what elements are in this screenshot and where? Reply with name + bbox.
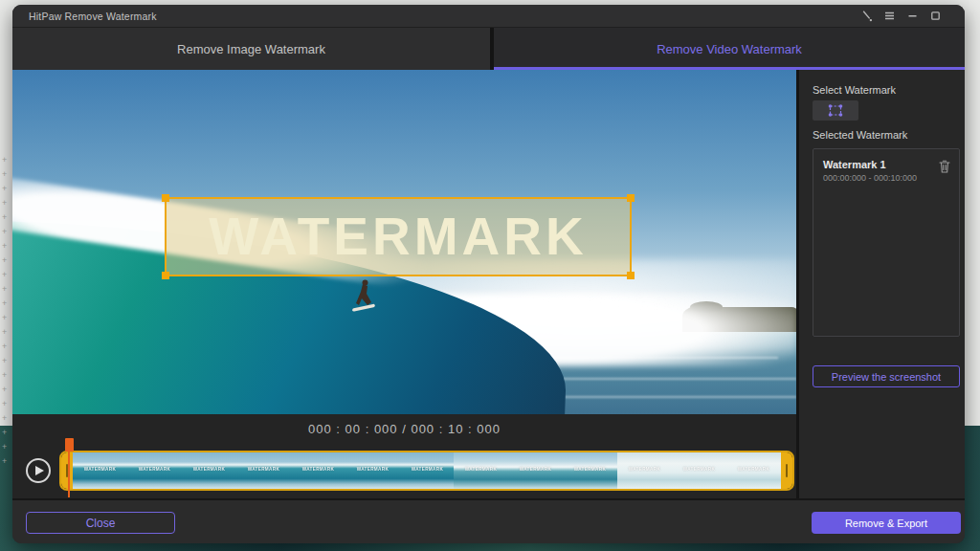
close-button[interactable]: Close — [26, 512, 175, 534]
ruler-plus-mark: + — [2, 199, 7, 208]
filmstrip-thumbnail: WATERMARK — [345, 452, 400, 489]
ruler-plus-mark: + — [2, 213, 7, 222]
selected-watermark-list: Watermark 1 000:00:000 - 000:10:000 — [813, 148, 960, 337]
ruler-plus-mark: + — [2, 457, 7, 466]
pen-icon[interactable] — [860, 10, 873, 22]
ruler-plus-mark: + — [2, 314, 7, 322]
filmstrip-thumbnail: WATERMARK — [508, 452, 563, 489]
filmstrip-thumbnail: WATERMARK — [726, 452, 781, 489]
timeline: WATERMARKWATERMARKWATERMARKWATERMARKWATE… — [12, 443, 796, 498]
ruler-plus-mark: + — [2, 271, 7, 279]
watermark-item-name: Watermark 1 — [823, 159, 917, 170]
desktop-ruler-strip: ++++++++++++++++++++++ — [0, 0, 11, 551]
ruler-plus-mark: + — [2, 386, 7, 394]
filmstrip-thumbnail: WATERMARK — [236, 452, 291, 489]
window-controls — [860, 10, 942, 22]
play-button[interactable] — [26, 458, 51, 483]
editor-column: WATERMARK 000 : 00 : 000 / 000 : 10 : 00… — [12, 70, 796, 498]
ruler-plus-mark: + — [2, 185, 7, 193]
filmstrip-thumbnail: WATERMARK — [672, 452, 726, 489]
filmstrip-thumbnail: WATERMARK — [291, 452, 345, 489]
marquee-select-tool-button[interactable] — [813, 100, 858, 121]
watermark-overlay-text: WATERMARK — [209, 210, 588, 263]
filmstrip-thumbnail: WATERMARK — [127, 452, 182, 489]
ruler-plus-mark: + — [2, 299, 7, 308]
filmstrip-thumbnail: WATERMARK — [400, 452, 455, 489]
side-panel: Select Watermark Selected Watermark Wate… — [799, 70, 965, 498]
resize-handle-bottom-right[interactable] — [627, 272, 635, 279]
watermark-item-info: Watermark 1 000:00:000 - 000:10:000 — [823, 159, 917, 183]
filmstrip-thumbnail: WATERMARK — [73, 452, 127, 489]
ruler-plus-mark: + — [2, 357, 7, 365]
trim-handle-left[interactable] — [61, 452, 73, 489]
footer-bar: Close Remove & Export — [12, 498, 965, 543]
resize-handle-bottom-left[interactable] — [162, 272, 169, 279]
filmstrip-thumbnail: WATERMARK — [454, 452, 508, 489]
ruler-plus-mark: + — [2, 371, 7, 380]
ruler-plus-mark: + — [2, 328, 7, 337]
timecode-bar: 000 : 00 : 000 / 000 : 10 : 000 — [12, 414, 796, 443]
surfer-figure — [349, 278, 378, 322]
filmstrip-thumbnail: WATERMARK — [617, 452, 672, 489]
tab-label: Remove Image Watermark — [177, 42, 325, 56]
menu-icon[interactable] — [883, 10, 896, 22]
ruler-plus-mark: + — [2, 256, 7, 265]
ruler-plus-mark: + — [2, 414, 7, 423]
remove-export-button[interactable]: Remove & Export — [812, 512, 961, 534]
tab-remove-video-watermark[interactable]: Remove Video Watermark — [494, 28, 965, 70]
minimize-icon[interactable] — [906, 10, 919, 22]
ruler-plus-mark: + — [2, 170, 7, 179]
trash-icon — [938, 159, 951, 174]
ruler-plus-mark: + — [2, 242, 7, 251]
titlebar: HitPaw Remove Watermark — [12, 5, 965, 28]
selected-watermark-label: Selected Watermark — [813, 129, 907, 141]
app-window: HitPaw Remove Watermark Remove Image Wat… — [12, 5, 965, 543]
ruler-plus-mark: + — [2, 429, 7, 437]
ruler-plus-mark: + — [2, 156, 7, 165]
maximize-icon[interactable] — [929, 10, 942, 22]
ruler-plus-mark: + — [2, 228, 7, 236]
ruler-plus-mark: + — [2, 443, 7, 452]
play-icon — [35, 466, 44, 475]
watermark-list-item[interactable]: Watermark 1 000:00:000 - 000:10:000 — [813, 149, 959, 183]
ruler-plus-mark: + — [2, 400, 7, 408]
timecode-text: 000 : 00 : 000 / 000 : 10 : 000 — [308, 422, 501, 436]
marquee-select-icon — [827, 103, 844, 118]
video-preview-canvas[interactable]: WATERMARK — [12, 70, 796, 414]
resize-handle-top-left[interactable] — [162, 194, 169, 202]
filmstrip-thumbnails: WATERMARKWATERMARKWATERMARKWATERMARKWATE… — [73, 452, 781, 489]
watermark-selection-box[interactable]: WATERMARK — [165, 197, 632, 276]
filmstrip[interactable]: WATERMARKWATERMARKWATERMARKWATERMARKWATE… — [59, 451, 794, 491]
ruler-plus-mark: + — [2, 342, 7, 351]
tab-bar: Remove Image Watermark Remove Video Wate… — [12, 28, 965, 70]
preview-screenshot-button[interactable]: Preview the screenshot — [813, 365, 960, 387]
delete-watermark-button[interactable] — [938, 159, 951, 174]
main-content: WATERMARK 000 : 00 : 000 / 000 : 10 : 00… — [12, 70, 965, 498]
tab-label: Remove Video Watermark — [657, 42, 802, 56]
select-watermark-label: Select Watermark — [813, 84, 896, 96]
watermark-item-time-range: 000:00:000 - 000:10:000 — [823, 173, 917, 183]
playhead-handle[interactable] — [65, 438, 74, 452]
resize-handle-top-right[interactable] — [627, 194, 635, 202]
tab-remove-image-watermark[interactable]: Remove Image Watermark — [12, 28, 490, 70]
ruler-plus-mark: + — [2, 285, 7, 294]
filmstrip-thumbnail: WATERMARK — [182, 452, 236, 489]
trim-handle-right[interactable] — [781, 452, 792, 489]
window-title: HitPaw Remove Watermark — [29, 11, 157, 22]
filmstrip-thumbnail: WATERMARK — [563, 452, 617, 489]
